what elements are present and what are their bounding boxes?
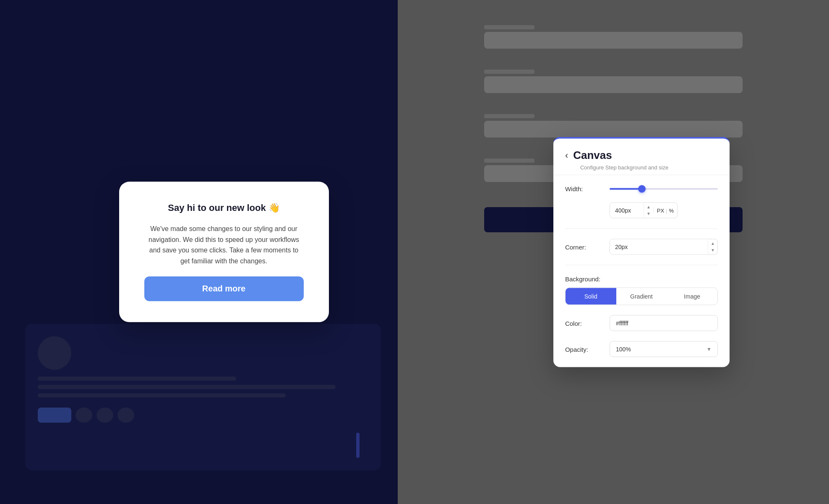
opacity-dropdown[interactable]: 100% ▼	[610, 341, 718, 357]
opacity-label: Opacity:	[565, 346, 603, 353]
popup-title: Say hi to our new look 👋	[168, 203, 280, 213]
corner-increment-btn[interactable]: ▲	[710, 240, 716, 247]
image-button[interactable]: Image	[667, 288, 717, 305]
width-label: Width:	[565, 185, 603, 192]
width-slider-thumb[interactable]	[638, 185, 646, 192]
width-slider-track[interactable]	[610, 188, 718, 190]
width-slider-container	[610, 188, 718, 190]
width-input[interactable]	[610, 203, 644, 218]
width-input-row: ▲ ▼ PX | %	[565, 203, 718, 218]
background-type-toggle: Solid Gradient Image	[565, 288, 718, 305]
corner-field-row: Corner: ▲ ▼	[565, 239, 718, 255]
corner-spinner: ▲ ▼	[708, 239, 717, 255]
width-spinner: ▲ ▼	[644, 203, 653, 218]
divider-2	[565, 265, 718, 265]
corner-input[interactable]	[610, 239, 708, 255]
chevron-down-icon: ▼	[706, 346, 712, 352]
background-label: Background:	[565, 275, 718, 283]
width-decrement-btn[interactable]: ▼	[646, 210, 652, 217]
panel-header: ‹ Canvas Configure Step background and s…	[553, 139, 730, 175]
panel-body: Width: ▲ ▼ PX | %	[553, 175, 730, 367]
read-more-button[interactable]: Read more	[144, 277, 304, 301]
opacity-value: 100%	[616, 346, 631, 353]
unit-px[interactable]: PX	[657, 207, 664, 213]
width-field-row: Width:	[565, 185, 718, 192]
width-increment-btn[interactable]: ▲	[646, 204, 652, 210]
color-label: Color:	[565, 320, 603, 327]
corner-label: Corner:	[565, 243, 603, 250]
opacity-field-row: Opacity: 100% ▼	[565, 341, 718, 357]
notification-popup: Say hi to our new look 👋 We've made some…	[119, 182, 329, 322]
unit-toggle[interactable]: PX | %	[653, 207, 677, 213]
back-button[interactable]: ‹	[565, 151, 568, 160]
unit-separator: |	[666, 207, 667, 213]
color-input[interactable]	[610, 315, 718, 331]
width-input-group: ▲ ▼ PX | %	[610, 203, 678, 218]
divider-1	[565, 229, 718, 229]
canvas-panel: ‹ Canvas Configure Step background and s…	[553, 137, 730, 367]
unit-pct[interactable]: %	[669, 207, 674, 213]
background-section: Background: Solid Gradient Image	[565, 275, 718, 305]
panel-title-row: ‹ Canvas	[565, 149, 718, 162]
popup-body: We've made some changes to our styling a…	[144, 223, 304, 266]
solid-button[interactable]: Solid	[566, 288, 616, 305]
corner-input-group: ▲ ▼	[610, 239, 718, 255]
panel-title: Canvas	[573, 149, 612, 162]
panel-subtitle: Configure Step background and size	[565, 164, 718, 171]
gradient-button[interactable]: Gradient	[616, 288, 667, 305]
corner-decrement-btn[interactable]: ▼	[710, 247, 716, 254]
width-slider-fill	[610, 188, 642, 190]
color-field-row: Color:	[565, 315, 718, 331]
